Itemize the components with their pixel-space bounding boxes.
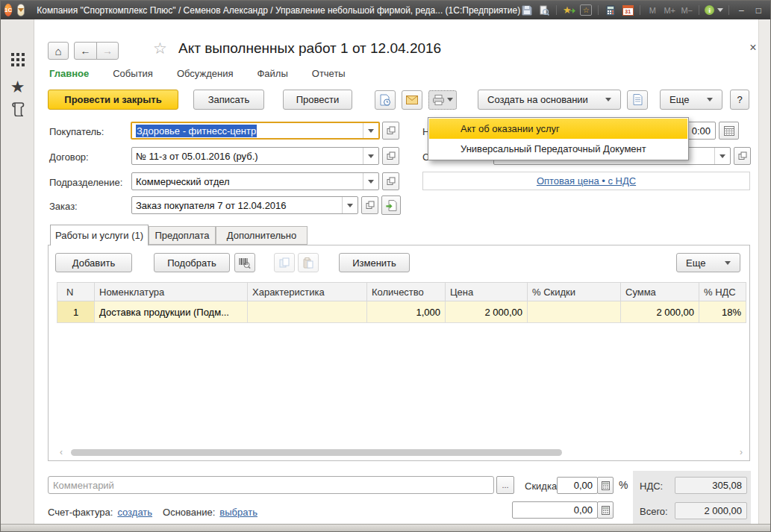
buyer-dropdown[interactable] — [363, 123, 378, 138]
cell-characteristic[interactable] — [248, 301, 367, 323]
maximize-button[interactable]: □ — [752, 4, 765, 16]
more-button[interactable]: Еще — [660, 90, 722, 110]
discount-field[interactable]: 0,00 — [557, 477, 598, 494]
tab-prepayment[interactable]: Предоплата — [149, 226, 216, 245]
scroll-right-arrow[interactable]: › — [737, 447, 745, 458]
order-document-button[interactable] — [381, 195, 401, 215]
memory-recall-button[interactable]: M — [646, 4, 659, 16]
contract-dropdown[interactable] — [363, 148, 378, 164]
org-open-button[interactable] — [734, 147, 751, 165]
col-vat[interactable]: % НДС — [699, 283, 746, 301]
order-field[interactable]: Заказ покупателя 7 от 12.04.2016 — [131, 196, 358, 214]
buyer-open-button[interactable] — [382, 122, 399, 140]
tab-otchety[interactable]: Отчеты — [312, 68, 346, 79]
cell-sum[interactable]: 2 000,00 — [621, 301, 699, 323]
tab-glavnoe[interactable]: Главное — [49, 68, 89, 79]
tab-additional[interactable]: Дополнительно — [216, 226, 308, 245]
titlebar: 1С Компания "Спорткомплекс Плюс" / Семен… — [1, 1, 770, 19]
contract-open-button[interactable] — [382, 147, 399, 165]
cell-vat[interactable]: 18% — [699, 301, 746, 323]
memory-plus-button[interactable]: M+ — [663, 4, 676, 16]
history-icon[interactable] — [1, 101, 34, 116]
col-characteristic[interactable]: Характеристика — [248, 283, 367, 301]
tab-fayly[interactable]: Файлы — [257, 68, 287, 79]
date-calendar-button[interactable] — [719, 122, 739, 140]
col-n[interactable]: N — [57, 283, 95, 301]
cell-discount[interactable] — [528, 301, 621, 323]
print-preview-icon[interactable] — [537, 4, 551, 16]
discount-calc-button[interactable] — [597, 477, 614, 494]
col-sum[interactable]: Сумма — [621, 283, 699, 301]
separator — [699, 5, 699, 15]
order-dropdown[interactable] — [342, 197, 358, 213]
form-close-icon[interactable]: × — [746, 41, 760, 54]
minimize-button[interactable]: – — [734, 4, 748, 16]
edit-row-button[interactable]: Изменить — [339, 253, 410, 272]
price-type-link[interactable]: Оптовая цена • с НДС — [537, 175, 636, 187]
tab-sobytiya[interactable]: События — [113, 68, 153, 79]
tab-works-services[interactable]: Работы и услуги (1) — [50, 225, 149, 245]
department-open-button[interactable] — [382, 172, 399, 190]
favorites-icon[interactable]: ☆ — [579, 4, 593, 16]
calendar-icon[interactable]: 31 — [621, 4, 634, 16]
grid-more-button[interactable]: Еще — [676, 253, 740, 272]
titlebar-icons: ★ ☆ 31 M M+ M− i – □ × — [520, 4, 771, 16]
add-row-button[interactable]: Добавить — [55, 253, 132, 272]
print-menu-button[interactable] — [428, 90, 457, 110]
scroll-left-arrow[interactable]: ‹ — [57, 447, 65, 458]
related-documents-button[interactable] — [627, 90, 648, 110]
col-discount[interactable]: % Скидки — [528, 283, 621, 301]
scrollbar-thumb[interactable] — [71, 449, 562, 456]
save-icon[interactable] — [520, 4, 534, 16]
favorite-star-icon[interactable]: ☆ — [153, 40, 167, 57]
sections-menu-icon[interactable] — [1, 52, 34, 67]
tab-obsuzhdeniya[interactable]: Обсуждения — [177, 68, 234, 79]
order-value: Заказ покупателя 7 от 12.04.2016 — [132, 197, 342, 213]
send-email-button[interactable] — [402, 90, 422, 110]
table-row[interactable]: 1 Доставка продукции (Подм... 1,000 2 00… — [57, 301, 746, 323]
comment-more-button[interactable]: ... — [496, 476, 514, 494]
calculator-icon[interactable] — [604, 4, 617, 16]
second-amount-field[interactable]: 0,00 — [512, 501, 598, 519]
home-button[interactable]: ⌂ — [48, 42, 69, 60]
col-nomenclature[interactable]: Номенклатура — [95, 283, 248, 301]
create-based-on-button[interactable]: Создать на основании — [478, 90, 621, 110]
second-calc-button[interactable] — [597, 501, 614, 519]
col-qty[interactable]: Количество — [367, 283, 446, 301]
invoice-create-link[interactable]: создать — [117, 507, 152, 518]
barcode-scan-button[interactable] — [234, 253, 255, 272]
back-button[interactable]: ← — [74, 42, 97, 60]
cell-n[interactable]: 1 — [57, 301, 95, 323]
favorites-panel-icon[interactable]: ★ — [1, 78, 34, 97]
copy-row-button[interactable] — [274, 253, 295, 272]
post-button[interactable]: Провести — [283, 90, 352, 110]
create-task-button[interactable] — [375, 90, 396, 110]
comment-input[interactable] — [48, 476, 494, 494]
menu-item-upd[interactable]: Универсальный Передаточный Документ — [429, 139, 687, 159]
save-button[interactable]: Записать — [193, 90, 264, 110]
memory-minus-button[interactable]: M− — [680, 4, 693, 16]
cell-nomenclature[interactable]: Доставка продукции (Подм... — [95, 301, 248, 323]
buyer-field[interactable]: Здоровье - фитнесс-центр — [131, 122, 380, 140]
info-menu-button[interactable]: i — [705, 4, 723, 16]
order-open-button[interactable] — [361, 196, 378, 214]
paste-row-button[interactable] — [298, 253, 319, 272]
department-field[interactable]: Коммерческий отдел — [131, 172, 379, 190]
department-dropdown[interactable] — [363, 173, 378, 190]
main-menu-button[interactable] — [17, 4, 25, 16]
add-favorite-icon[interactable]: ★ — [562, 4, 575, 16]
forward-button[interactable]: → — [96, 42, 119, 60]
basis-select-link[interactable]: выбрать — [219, 507, 257, 518]
col-price[interactable]: Цена — [446, 283, 528, 301]
command-bar: Провести и закрыть Записать Провести Соз… — [48, 90, 749, 110]
org-dropdown[interactable] — [714, 148, 730, 164]
post-and-close-button[interactable]: Провести и закрыть — [48, 90, 178, 110]
cell-qty[interactable]: 1,000 — [367, 301, 446, 323]
contract-field[interactable]: № 11-з от 05.01.2016 (руб.) — [131, 147, 379, 165]
pick-button[interactable]: Подобрать — [154, 253, 230, 272]
help-button[interactable]: ? — [730, 90, 749, 110]
horizontal-scrollbar[interactable]: ‹ › — [57, 447, 745, 458]
cell-price[interactable]: 2 000,00 — [446, 301, 528, 323]
department-label: Подразделение: — [49, 177, 122, 188]
menu-item-act-uslug[interactable]: Акт об оказании услуг — [429, 119, 687, 139]
